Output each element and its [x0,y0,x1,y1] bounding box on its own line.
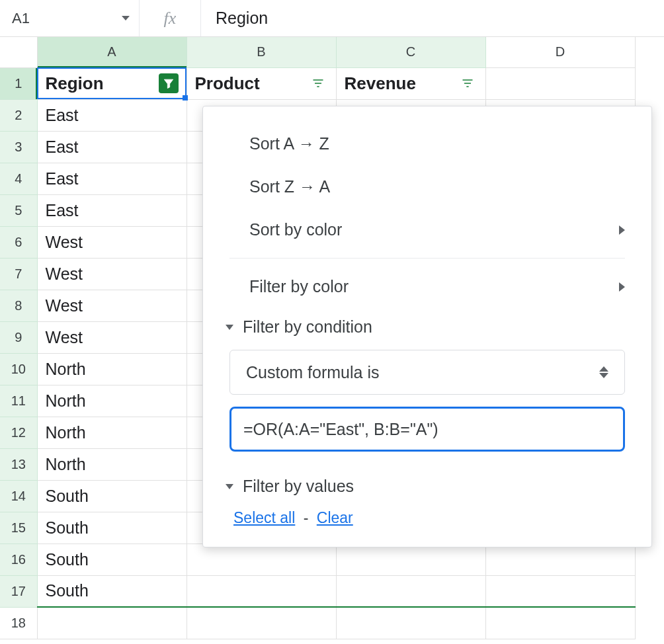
collapse-triangle-icon [226,325,233,330]
cell-A10[interactable]: North [37,353,187,385]
cell-D18[interactable] [485,607,635,639]
cell-A2[interactable]: East [37,99,187,131]
row-header-6[interactable]: 6 [0,226,37,258]
row-header-12[interactable]: 12 [0,417,37,448]
sort-by-color[interactable]: Sort by color [203,208,651,251]
sort-za-label: Sort Z → A [249,177,330,196]
sort-az-label: Sort A → Z [249,134,329,153]
menu-separator [229,258,625,259]
col-header-D[interactable]: D [485,37,635,67]
cell-C16[interactable] [336,543,485,575]
filter-by-color[interactable]: Filter by color [203,265,651,308]
sort-za[interactable]: Sort Z → A [203,165,651,208]
cell-A15[interactable]: South [37,512,187,543]
col-header-B[interactable]: B [187,37,336,67]
row-header-4[interactable]: 4 [0,163,37,194]
col-header-A[interactable]: A [37,37,187,67]
cell-A9[interactable]: West [37,321,187,353]
cell-A14[interactable]: South [37,480,187,512]
cell-A3[interactable]: East [37,131,187,163]
row-header-17[interactable]: 17 [0,575,37,607]
row-header-10[interactable]: 10 [0,353,37,385]
custom-formula-text: =OR(A:A="East", B:B="A") [243,420,438,439]
cell-D17[interactable] [485,575,635,607]
custom-formula-input[interactable]: =OR(A:A="East", B:B="A") [229,407,625,452]
formula-input-text: Region [216,9,268,28]
cell-A11[interactable]: North [37,385,187,417]
cell-A5[interactable]: East [37,194,187,226]
filter-icon-B[interactable] [308,73,328,93]
cell-A6[interactable]: West [37,226,187,258]
filter-by-condition-section[interactable]: Filter by condition [203,308,651,346]
cell-A8[interactable]: West [37,290,187,321]
row-header-15[interactable]: 15 [0,512,37,543]
fx-label: fx [139,0,201,36]
formula-bar: A1 fx Region [0,0,664,37]
cell-A13[interactable]: North [37,448,187,480]
cell-C1[interactable]: Revenue [336,67,485,99]
row-header-16[interactable]: 16 [0,543,37,575]
cell-A7[interactable]: West [37,258,187,290]
filter-by-values-section[interactable]: Filter by values [203,467,651,505]
cell-A17[interactable]: South [37,575,187,607]
sort-by-color-label: Sort by color [249,220,342,239]
filter-menu: Sort A → Z Sort Z → A Sort by color Filt… [202,106,652,547]
row-header-13[interactable]: 13 [0,448,37,480]
row-header-7[interactable]: 7 [0,258,37,290]
select-updown-icon [599,366,608,378]
fx-icon: fx [164,9,177,28]
row-header-8[interactable]: 8 [0,290,37,321]
col-header-A-label: A [107,44,116,59]
cell-A16[interactable]: South [37,543,187,575]
cell-B1-text: Product [195,73,260,94]
filter-by-values-label: Filter by values [243,477,354,496]
col-header-C[interactable]: C [336,37,485,67]
col-header-C-label: C [406,44,415,59]
cell-B16[interactable] [187,543,336,575]
row-header-1-label: 1 [15,76,22,91]
cell-A1[interactable]: Region [37,67,187,99]
row-header-3[interactable]: 3 [0,131,37,163]
select-all-link[interactable]: Select all [233,509,295,526]
name-box-value: A1 [12,10,30,27]
dash-separator: - [300,509,313,526]
condition-select[interactable]: Custom formula is [229,350,625,395]
cell-A1-text: Region [46,73,104,94]
name-box-dropdown-icon[interactable] [122,16,130,20]
row-header-9[interactable]: 9 [0,321,37,353]
cell-C1-text: Revenue [345,73,416,94]
filter-values-links: Select all - Clear [203,505,651,527]
select-all-corner[interactable] [0,37,37,67]
cell-D1[interactable] [485,67,635,99]
cell-A12[interactable]: North [37,417,187,448]
cell-A4[interactable]: East [37,163,187,194]
cell-A18[interactable] [37,607,187,639]
filter-by-condition-label: Filter by condition [243,317,372,337]
row-header-5[interactable]: 5 [0,194,37,226]
row-header-14[interactable]: 14 [0,480,37,512]
cell-B1[interactable]: Product [187,67,336,99]
row-header-18[interactable]: 18 [0,607,37,639]
filter-icon-C[interactable] [458,73,477,93]
filter-icon-A[interactable] [159,73,179,93]
cell-B18[interactable] [187,607,336,639]
col-header-B-label: B [257,44,265,59]
col-header-D-label: D [556,44,565,59]
spreadsheet-grid: A B C D 1 Region Product [0,37,664,639]
sort-az[interactable]: Sort A → Z [203,122,651,165]
cell-B17[interactable] [187,575,336,607]
cell-C18[interactable] [336,607,485,639]
collapse-triangle-icon [226,484,233,489]
row-header-2[interactable]: 2 [0,99,37,131]
condition-select-value: Custom formula is [246,363,379,382]
row-header-1[interactable]: 1 [0,67,37,99]
name-box[interactable]: A1 [0,0,139,36]
chevron-right-icon [619,282,625,292]
cell-D16[interactable] [485,543,635,575]
formula-input[interactable]: Region [201,0,664,36]
cell-C17[interactable] [336,575,485,607]
clear-link[interactable]: Clear [317,509,353,526]
chevron-right-icon [619,225,625,235]
row-header-11[interactable]: 11 [0,385,37,417]
filter-by-color-label: Filter by color [249,277,349,296]
